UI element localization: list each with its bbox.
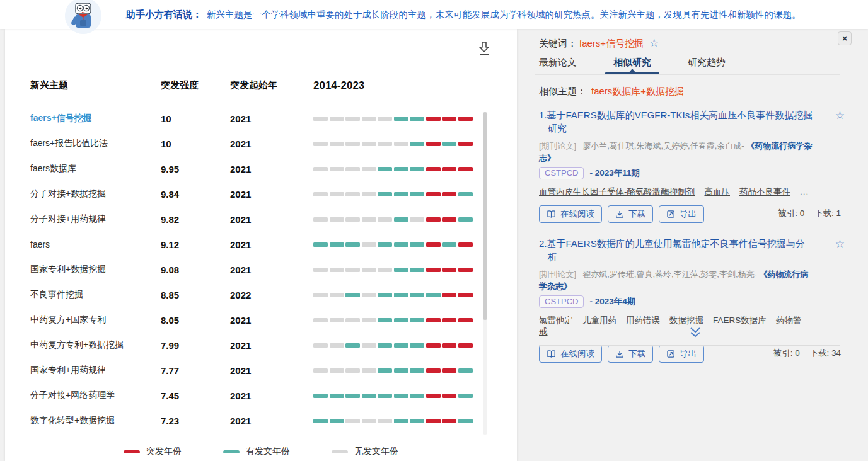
mascot-avatar bbox=[65, 0, 101, 34]
export-button[interactable]: 导出 bbox=[659, 205, 704, 223]
keyword-row: 关键词：faers+信号挖掘☆ bbox=[539, 37, 659, 50]
active-year-bar bbox=[410, 293, 424, 297]
paper-meta: [期刊论文]廖小兰,葛佳琪,朱海斌,吴婷婷,任春霞,余自成- 《药物流行病学杂志… bbox=[539, 140, 813, 164]
topic-label[interactable]: 国家专利+用药规律 bbox=[30, 365, 161, 376]
none-year-bar bbox=[330, 167, 344, 171]
tab-similar-research[interactable]: 相似研究 bbox=[613, 57, 651, 74]
burst-start-year: 2021 bbox=[230, 265, 313, 275]
table-row[interactable]: faers9.122021 bbox=[30, 232, 482, 257]
none-year-bar bbox=[345, 217, 360, 222]
legend-item-none: 无发文年份 bbox=[332, 446, 398, 457]
paper-title[interactable]: 2.基于FAERS数据库的儿童使用氯雷他定不良事件信号挖掘与分析 bbox=[539, 237, 813, 263]
table-row[interactable]: 国家专利+数据挖掘9.082021 bbox=[30, 257, 482, 282]
double-chevron-down-icon bbox=[688, 326, 703, 339]
topic-label[interactable]: 数字化转型+数据挖掘 bbox=[30, 415, 161, 426]
burst-start-year: 2021 bbox=[230, 239, 313, 250]
timeline-bars bbox=[313, 167, 474, 171]
none-year-bar bbox=[330, 368, 344, 373]
tab-latest-papers[interactable]: 最新论文 bbox=[539, 57, 577, 74]
banner-speaker: 助手小方有话说： bbox=[126, 9, 202, 20]
none-year-bar bbox=[313, 192, 328, 196]
topic-label[interactable]: 中药复方+国家专利 bbox=[30, 314, 161, 326]
none-year-bar bbox=[345, 192, 360, 196]
active-year-bar bbox=[410, 117, 424, 121]
table-row[interactable]: 中药复方专利+数据挖掘7.992021 bbox=[30, 333, 482, 358]
paper-meta: [期刊论文]翟亦斌,罗传璀,曾真,蒋玲,李江萍,彭雯,李剑,杨亮- 《药物流行病… bbox=[539, 268, 813, 292]
export-button[interactable]: 导出 bbox=[659, 345, 704, 363]
none-year-bar bbox=[330, 343, 344, 348]
paper-keyword[interactable]: 数据挖掘 bbox=[669, 316, 703, 325]
download-chart-button[interactable] bbox=[477, 40, 492, 57]
close-panel-button[interactable]: × bbox=[838, 31, 852, 45]
table-row[interactable]: 中药复方+国家专利8.052021 bbox=[30, 307, 482, 333]
topic-label[interactable]: faers数据库 bbox=[30, 163, 161, 174]
burst-year-bar bbox=[458, 242, 473, 247]
table-row[interactable]: 分子对接+网络药理学7.452021 bbox=[30, 383, 482, 408]
active-year-bar bbox=[378, 192, 392, 196]
none-year-bar bbox=[362, 117, 376, 121]
table-row[interactable]: 不良事件挖掘8.852022 bbox=[30, 282, 482, 307]
paper-keyword[interactable]: FAERS数据库 bbox=[713, 316, 767, 325]
active-year-bar bbox=[313, 242, 328, 247]
favorite-star-icon[interactable]: ☆ bbox=[649, 37, 659, 49]
scrollbar-thumb[interactable] bbox=[483, 112, 487, 320]
chart-header: 新兴主题 突发强度 突发起始年 2014-2023 bbox=[30, 79, 482, 92]
active-year-bar bbox=[410, 343, 424, 348]
table-row[interactable]: 数字化转型+数据挖掘7.232021 bbox=[30, 408, 482, 433]
similar-topic-label: 相似主题： bbox=[539, 86, 586, 96]
timeline-bars bbox=[313, 268, 474, 272]
chart-rows: faers+信号挖掘102021faers+报告比值比法102021faers数… bbox=[30, 106, 482, 433]
table-row[interactable]: faers+报告比值比法102021 bbox=[30, 131, 482, 156]
paper-keywords: 血管内皮生长因子受体-酪氨酸激酶抑制剂高血压药品不良事件... bbox=[539, 186, 813, 198]
read-online-button[interactable]: 在线阅读 bbox=[539, 205, 602, 223]
burst-year-bar bbox=[426, 268, 441, 272]
none-year-bar bbox=[378, 117, 392, 121]
download-button[interactable]: 下载 bbox=[608, 205, 653, 223]
paper-keyword[interactable]: 药品不良事件 bbox=[739, 187, 790, 196]
topic-label[interactable]: faers+报告比值比法 bbox=[30, 138, 161, 149]
active-year-bar bbox=[394, 394, 408, 398]
table-row[interactable]: 分子对接+数据挖掘9.842021 bbox=[30, 181, 482, 207]
paper-keyword[interactable]: 高血压 bbox=[705, 187, 731, 196]
timeline-bars bbox=[313, 217, 474, 222]
expand-more-button[interactable] bbox=[522, 326, 868, 341]
legend-label: 无发文年份 bbox=[354, 446, 398, 457]
paper-keyword[interactable]: 用药错误 bbox=[626, 316, 660, 325]
export-label: 导出 bbox=[680, 208, 697, 220]
paper-keyword[interactable]: 氯雷他定 bbox=[539, 316, 573, 325]
timeline-bars bbox=[313, 343, 474, 348]
active-year-bar bbox=[410, 318, 424, 322]
burst-strength-value: 9.08 bbox=[161, 265, 230, 275]
topic-label[interactable]: 分子对接+网络药理学 bbox=[30, 390, 161, 401]
table-row[interactable]: 分子对接+用药规律9.822021 bbox=[30, 207, 482, 232]
burst-strength-value: 10 bbox=[161, 139, 230, 149]
burst-topics-card: 新兴主题 突发强度 突发起始年 2014-2023 faers+信号挖掘1020… bbox=[5, 29, 517, 461]
none-year-bar bbox=[362, 268, 376, 272]
open-book-icon bbox=[547, 350, 556, 358]
paper-stats: 被引: 0 下载: 34 bbox=[766, 348, 841, 359]
topic-label[interactable]: faers+信号挖掘 bbox=[30, 113, 161, 124]
burst-year-bar bbox=[442, 368, 456, 373]
topic-label[interactable]: 不良事件挖掘 bbox=[30, 289, 161, 300]
none-year-bar bbox=[330, 117, 344, 121]
table-row[interactable]: 国家专利+用药规律7.772021 bbox=[30, 358, 482, 383]
burst-year-bar bbox=[458, 142, 473, 146]
table-row[interactable]: faers+信号挖掘102021 bbox=[30, 106, 482, 131]
tab-research-trends[interactable]: 研究趋势 bbox=[688, 57, 726, 74]
paper-keyword[interactable]: 儿童用药 bbox=[582, 316, 616, 325]
read-online-button[interactable]: 在线阅读 bbox=[539, 345, 602, 363]
paper-keyword[interactable]: 血管内皮生长因子受体-酪氨酸激酶抑制剂 bbox=[539, 187, 695, 196]
topic-label[interactable]: 分子对接+数据挖掘 bbox=[30, 188, 161, 200]
topic-label[interactable]: 中药复方专利+数据挖掘 bbox=[30, 339, 161, 351]
active-year-bar bbox=[394, 217, 408, 222]
download-button[interactable]: 下载 bbox=[608, 345, 653, 363]
topic-label[interactable]: 国家专利+数据挖掘 bbox=[30, 264, 161, 275]
paper-star-icon[interactable]: ☆ bbox=[835, 109, 845, 122]
table-row[interactable]: faers数据库9.952021 bbox=[30, 156, 482, 181]
topic-label[interactable]: 分子对接+用药规律 bbox=[30, 213, 161, 225]
paper-title[interactable]: 1.基于FAERS数据库的VEGFR-TKIs相关高血压不良事件数据挖掘研究 bbox=[539, 108, 813, 135]
topic-label[interactable]: faers bbox=[30, 239, 161, 249]
similar-topic-value[interactable]: faers数据库+数据挖掘 bbox=[591, 86, 684, 96]
none-year-bar bbox=[378, 419, 392, 423]
paper-star-icon[interactable]: ☆ bbox=[835, 237, 845, 251]
